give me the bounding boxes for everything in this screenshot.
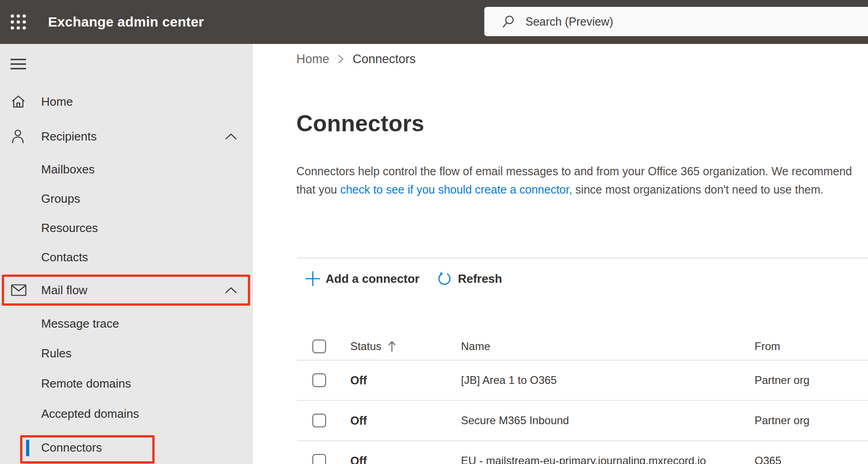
table-row[interactable]: Off EU - mailstream-eu-primary.journalin… [297, 441, 868, 464]
add-connector-label: Add a connector [326, 272, 419, 286]
search-input[interactable] [484, 7, 868, 36]
sidebar-item-recipients[interactable]: Recipients [0, 122, 253, 151]
sidebar-item-label: Recipients [41, 129, 96, 144]
section-divider [297, 258, 868, 259]
hamburger-menu-icon[interactable] [9, 57, 27, 71]
sidebar-item-label: Remote domains [41, 377, 131, 391]
create-connector-help-link[interactable]: check to see if you should create a conn… [340, 183, 572, 196]
home-icon [11, 95, 26, 108]
row-checkbox[interactable] [312, 373, 326, 387]
status-header-label: Status [350, 340, 381, 353]
description-text-after: since most organizations don't need to u… [572, 183, 824, 196]
chevron-right-icon [338, 54, 344, 64]
selected-item-indicator [26, 440, 29, 456]
sidebar-item-connectors[interactable]: Connectors [0, 433, 253, 462]
row-name[interactable]: [JB] Area 1 to O365 [461, 374, 755, 387]
table-row[interactable]: Off Secure M365 Inbound Partner org [297, 401, 868, 441]
row-from: Partner org [755, 414, 868, 427]
column-header-status[interactable]: Status [350, 340, 461, 353]
command-bar: Add a connector Refresh [305, 268, 502, 289]
row-checkbox[interactable] [312, 454, 326, 464]
sidebar-item-label: Rules [41, 346, 71, 361]
sidebar-item-label: Resources [41, 221, 98, 235]
chevron-up-icon[interactable] [225, 287, 237, 294]
row-from: Partner org [755, 374, 868, 387]
row-from: O365 [755, 454, 868, 464]
sidebar-item-label: Groups [41, 192, 80, 206]
row-status: Off [350, 414, 461, 427]
breadcrumb-current: Connectors [353, 52, 416, 66]
app-title: Exchange admin center [48, 0, 204, 44]
table-row[interactable]: Off [JB] Area 1 to O365 Partner org [297, 361, 868, 401]
page-title: Connectors [296, 109, 424, 138]
sidebar-item-remote-domains[interactable]: Remote domains [0, 369, 253, 398]
chevron-up-icon[interactable] [225, 133, 237, 140]
column-header-from[interactable]: From [755, 340, 868, 353]
add-connector-button[interactable]: Add a connector [305, 271, 419, 286]
sidebar-item-mailboxes[interactable]: Mailboxes [0, 155, 253, 184]
hamburger-lines [11, 59, 26, 70]
sidebar-item-rules[interactable]: Rules [0, 339, 253, 368]
sidebar-item-mail-flow[interactable]: Mail flow [0, 275, 253, 305]
person-icon [11, 129, 25, 144]
connectors-table: Status Name From Off [JB] Area 1 to O365… [297, 333, 868, 464]
sidebar-item-resources[interactable]: Resources [0, 213, 253, 243]
sidebar-item-groups[interactable]: Groups [0, 184, 253, 213]
app-launcher-waffle-icon[interactable] [6, 10, 30, 34]
refresh-button[interactable]: Refresh [437, 271, 502, 286]
sidebar-item-label: Mailboxes [41, 162, 95, 177]
row-checkbox[interactable] [312, 414, 326, 427]
row-status: Off [350, 454, 461, 464]
waffle-dots [10, 13, 27, 31]
sidebar-item-label: Home [41, 95, 73, 109]
envelope-icon [11, 284, 27, 296]
breadcrumb-home-link[interactable]: Home [296, 52, 329, 66]
refresh-icon [437, 271, 452, 286]
column-header-name[interactable]: Name [461, 340, 755, 353]
sidebar-item-label: Contacts [41, 250, 88, 264]
sidebar-item-label: Accepted domains [41, 407, 139, 421]
sidebar-item-home[interactable]: Home [0, 87, 253, 116]
row-name[interactable]: EU - mailstream-eu-primary.journaling.mx… [461, 454, 755, 464]
global-search-box[interactable] [484, 7, 868, 36]
sidebar-item-message-trace[interactable]: Message trace [0, 309, 253, 338]
sidebar-item-contacts[interactable]: Contacts [0, 243, 253, 272]
sort-ascending-icon [388, 340, 396, 352]
sidebar-item-label: Message trace [41, 317, 119, 331]
refresh-label: Refresh [458, 272, 502, 286]
row-name[interactable]: Secure M365 Inbound [461, 414, 755, 427]
top-app-bar: Exchange admin center [0, 0, 868, 44]
table-header-row: Status Name From [297, 333, 868, 361]
sidebar-item-label: Mail flow [41, 283, 87, 297]
page-description: Connectors help control the flow of emai… [296, 162, 855, 199]
sidebar-item-label: Connectors [41, 441, 102, 455]
left-navigation: Home Recipients Mailboxes Groups Resourc… [0, 44, 253, 464]
plus-icon [305, 271, 320, 286]
sidebar-item-accepted-domains[interactable]: Accepted domains [0, 399, 253, 428]
main-content: Home Connectors Connectors Connectors he… [253, 44, 868, 464]
select-all-checkbox[interactable] [312, 340, 326, 353]
breadcrumb: Home Connectors [296, 51, 416, 67]
row-status: Off [350, 374, 461, 387]
